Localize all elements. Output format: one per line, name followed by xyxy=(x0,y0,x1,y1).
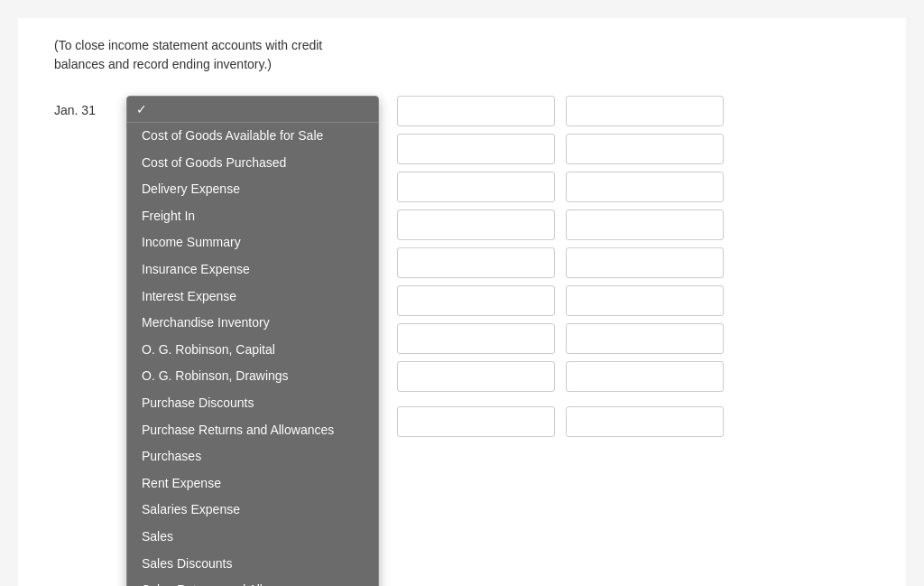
page-container: (To close income statement accounts with… xyxy=(18,18,906,586)
dropdown-item-10[interactable]: O. G. Robinson, Drawings xyxy=(127,363,378,390)
input-row-2 xyxy=(397,134,724,164)
debit-input-3[interactable] xyxy=(397,172,555,202)
dropdown-open[interactable]: ✓ Cost of Goods Available for Sale Cost … xyxy=(126,96,379,586)
input-row-5 xyxy=(397,247,724,278)
input-row-8 xyxy=(397,361,724,392)
dropdown-item-14[interactable]: Rent Expense xyxy=(127,470,378,498)
input-row-1 xyxy=(397,96,724,126)
input-row-9 xyxy=(397,406,724,437)
dropdown-item-5[interactable]: Income Summary xyxy=(127,229,378,256)
dropdown-item-8[interactable]: Merchandise Inventory xyxy=(127,310,378,337)
dropdown-item-7[interactable]: Interest Expense xyxy=(127,284,378,311)
intro-line1: (To close income statement accounts with… xyxy=(54,38,322,52)
dropdown-item-4[interactable]: Freight In xyxy=(127,203,378,230)
date-label: Jan. 31 xyxy=(54,96,126,117)
debit-input-2[interactable] xyxy=(397,134,555,164)
debit-input-6[interactable] xyxy=(397,285,555,316)
dropdown-item-2[interactable]: Cost of Goods Purchased xyxy=(127,150,378,177)
dropdown-item-1[interactable]: Cost of Goods Available for Sale xyxy=(127,123,378,150)
input-row-7 xyxy=(397,323,724,354)
credit-input-6[interactable] xyxy=(566,285,724,316)
check-mark: ✓ xyxy=(136,102,147,116)
input-row-3 xyxy=(397,172,724,202)
dropdown-item-13[interactable]: Purchases xyxy=(127,443,378,470)
input-row-6 xyxy=(397,285,724,316)
dropdown-item-3[interactable]: Delivery Expense xyxy=(127,176,378,203)
debit-input-1[interactable] xyxy=(397,96,555,126)
dropdown-item-16[interactable]: Sales xyxy=(127,524,378,551)
debit-input-9[interactable] xyxy=(397,406,555,437)
credit-input-9[interactable] xyxy=(566,406,724,437)
credit-input-5[interactable] xyxy=(566,247,724,278)
debit-input-8[interactable] xyxy=(397,361,555,392)
credit-input-2[interactable] xyxy=(566,134,724,164)
credit-input-4[interactable] xyxy=(566,209,724,240)
debit-input-4[interactable] xyxy=(397,209,555,240)
debit-input-7[interactable] xyxy=(397,323,555,354)
dropdown-item-17[interactable]: Sales Discounts xyxy=(127,551,378,578)
dropdown-item-15[interactable]: Salaries Expense xyxy=(127,497,378,524)
credit-input-1[interactable] xyxy=(566,96,724,126)
credit-input-7[interactable] xyxy=(566,323,724,354)
dropdown-item-12[interactable]: Purchase Returns and Allowances xyxy=(127,417,378,444)
intro-line2: balances and record ending inventory.) xyxy=(54,57,272,71)
dropdown-item-18[interactable]: Sales Returns and Allowances xyxy=(127,577,378,586)
dropdown-item-11[interactable]: Purchase Discounts xyxy=(127,390,378,417)
check-row: ✓ xyxy=(127,97,378,123)
credit-input-8[interactable] xyxy=(566,361,724,392)
dropdown-item-9[interactable]: O. G. Robinson, Capital xyxy=(127,337,378,364)
input-row-4 xyxy=(397,209,724,240)
dropdown-item-6[interactable]: Insurance Expense xyxy=(127,256,378,284)
debit-input-5[interactable] xyxy=(397,247,555,278)
credit-input-3[interactable] xyxy=(566,172,724,202)
intro-text: (To close income statement accounts with… xyxy=(54,36,870,74)
